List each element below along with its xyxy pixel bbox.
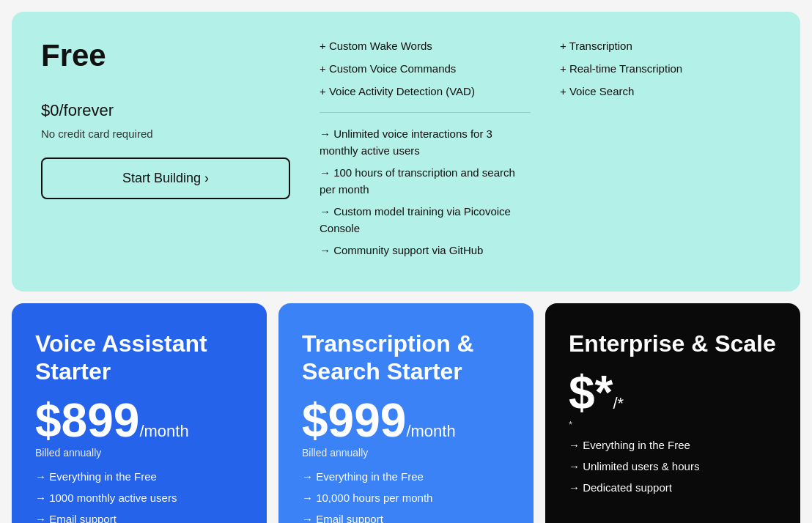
enterprise-feature-item: → Everything in the Free <box>569 437 777 453</box>
free-features-right-col: + Transcription + Real-time Transcriptio… <box>560 38 771 265</box>
enterprise-feature-item: → Unlimited users & hours <box>569 459 777 474</box>
enterprise-feature-item: → Dedicated support <box>569 480 777 495</box>
transcription-starter-card: Transcription & Search Starter $999/mont… <box>278 303 534 524</box>
free-plan-left: Free $0/forever No credit card required … <box>41 38 290 265</box>
enterprise-features: → Everything in the Free → Unlimited use… <box>569 437 777 523</box>
features-divider <box>320 112 531 113</box>
transcription-feature-item: → 10,000 hours per month <box>302 490 510 505</box>
enterprise-asterisk: * <box>569 419 777 430</box>
voice-feature-item: → Everything in the Free <box>35 469 243 484</box>
transcription-feature-item: → Email support <box>302 511 510 523</box>
free-price-amount: $0 <box>41 101 59 119</box>
free-feature-arrow-item: → Custom model training via Picovoice Co… <box>320 204 531 237</box>
voice-starter-card: Voice Assistant Starter $899/month Bille… <box>12 303 267 524</box>
free-price-period: /forever <box>59 101 114 119</box>
enterprise-title: Enterprise & Scale <box>569 330 777 357</box>
free-feature-item: + Transcription <box>560 38 771 53</box>
transcription-starter-title: Transcription & Search Starter <box>302 330 510 386</box>
voice-starter-price: $899/month <box>35 397 243 444</box>
transcription-starter-period: /month <box>406 422 455 440</box>
free-feature-item: + Custom Wake Words <box>320 38 531 53</box>
voice-feature-item: → Email support <box>35 511 243 523</box>
start-building-button[interactable]: Start Building › <box>41 157 290 199</box>
free-plan-right: + Custom Wake Words + Custom Voice Comma… <box>320 38 771 265</box>
voice-starter-period: /month <box>139 422 188 440</box>
voice-feature-item: → 1000 monthly active users <box>35 490 243 505</box>
free-features-plus-col: + Custom Wake Words + Custom Voice Comma… <box>320 38 531 265</box>
free-feature-arrow-item: → Unlimited voice interactions for 3 mon… <box>320 126 531 159</box>
voice-starter-billed: Billed annually <box>35 447 243 459</box>
free-plan-title: Free <box>41 38 290 73</box>
free-feature-item: + Voice Search <box>560 84 771 99</box>
voice-starter-title: Voice Assistant Starter <box>35 330 243 386</box>
voice-starter-features: → Everything in the Free → 1000 monthly … <box>35 469 243 523</box>
enterprise-card: Enterprise & Scale $*/* * → Everything i… <box>545 303 800 524</box>
free-feature-arrow-item: → 100 hours of transcription and search … <box>320 165 531 198</box>
free-plan-note: No credit card required <box>41 127 290 140</box>
enterprise-price: $*/* <box>569 369 777 416</box>
plans-row: Voice Assistant Starter $899/month Bille… <box>12 303 800 524</box>
transcription-starter-price: $999/month <box>302 397 510 444</box>
free-feature-item: + Voice Activity Detection (VAD) <box>320 84 531 99</box>
transcription-feature-item: → Everything in the Free <box>302 469 510 484</box>
transcription-starter-features: → Everything in the Free → 10,000 hours … <box>302 469 510 523</box>
free-plan-card: Free $0/forever No credit card required … <box>12 12 800 292</box>
transcription-starter-billed: Billed annually <box>302 447 510 459</box>
free-feature-arrow-item: → Community support via GitHub <box>320 242 531 259</box>
enterprise-period: /* <box>613 394 624 412</box>
free-feature-item: + Real-time Transcription <box>560 61 771 76</box>
pricing-wrapper: Free $0/forever No credit card required … <box>12 12 800 523</box>
free-plan-price: $0/forever <box>41 79 290 123</box>
free-feature-item: + Custom Voice Commands <box>320 61 531 76</box>
